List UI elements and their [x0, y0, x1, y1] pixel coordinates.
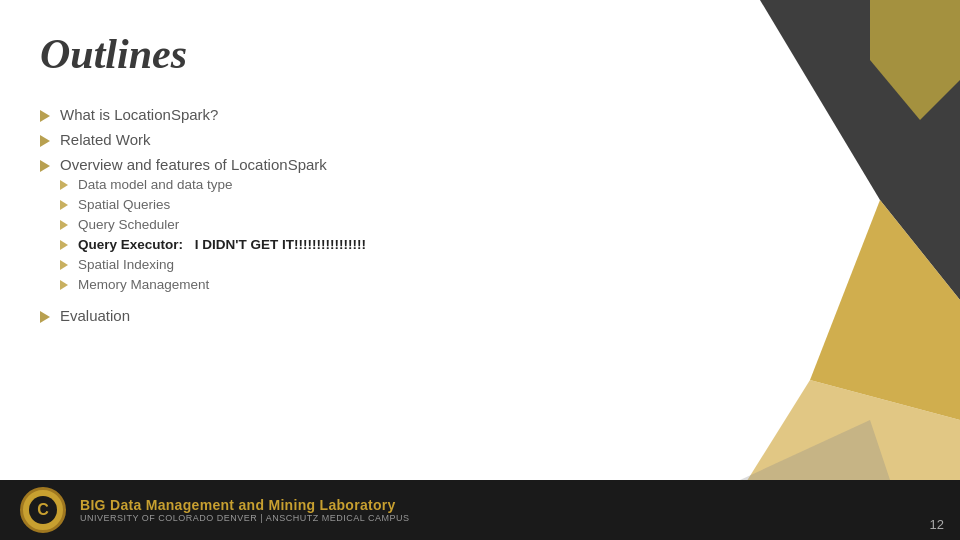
list-item-highlighted: Query Executor: I DIDN'T GET IT!!!!!!!!!…: [60, 237, 366, 252]
sub-item-label: Query Scheduler: [78, 217, 179, 232]
bullet-icon: [40, 135, 50, 147]
bottom-text: BIG Data Management and Mining Laborator…: [80, 497, 409, 523]
slide-title: Outlines: [40, 30, 620, 78]
sub-item-label: Spatial Queries: [78, 197, 170, 212]
sub-item-label: Query Executor: I DIDN'T GET IT!!!!!!!!!…: [78, 237, 366, 252]
bullet-icon: [60, 180, 68, 190]
list-item: Spatial Queries: [60, 197, 366, 212]
bullet-icon: [60, 260, 68, 270]
slide: Outlines What is LocationSpark? Related …: [0, 0, 960, 540]
highlight-text: I DIDN'T GET IT!!!!!!!!!!!!!!!!: [195, 237, 366, 252]
list-item: Memory Management: [60, 277, 366, 292]
sub-list: Data model and data type Spatial Queries…: [40, 177, 366, 297]
sub-item-label: Memory Management: [78, 277, 209, 292]
item-label: Overview and features of LocationSpark: [60, 156, 327, 173]
list-item: Related Work: [40, 131, 620, 148]
outline-list: What is LocationSpark? Related Work Over…: [40, 106, 620, 324]
main-content: Outlines What is LocationSpark? Related …: [0, 0, 660, 480]
bullet-icon: [60, 200, 68, 210]
item-label: What is LocationSpark?: [60, 106, 218, 123]
item-label: Related Work: [60, 131, 151, 148]
bullet-icon: [40, 311, 50, 323]
list-item: Data model and data type: [60, 177, 366, 192]
sub-item-label: Data model and data type: [78, 177, 233, 192]
university-logo: C: [20, 487, 66, 533]
sub-item-label: Spatial Indexing: [78, 257, 174, 272]
bullet-icon: [40, 160, 50, 172]
bullet-icon: [60, 220, 68, 230]
list-item-overview: Overview and features of LocationSpark D…: [40, 156, 620, 297]
list-item-evaluation: Evaluation: [40, 307, 620, 324]
logo-inner: C: [29, 496, 57, 524]
bullet-icon: [60, 280, 68, 290]
list-item: What is LocationSpark?: [40, 106, 620, 123]
list-item: Spatial Indexing: [60, 257, 366, 272]
bullet-icon: [60, 240, 68, 250]
lab-title: BIG Data Management and Mining Laborator…: [80, 497, 409, 513]
logo-letter: C: [37, 501, 49, 519]
lab-subtitle: UNIVERSITY OF COLORADO DENVER | ANSCHUTZ…: [80, 513, 409, 523]
bottom-bar: C BIG Data Management and Mining Laborat…: [0, 480, 960, 540]
item-label: Evaluation: [60, 307, 130, 324]
page-number: 12: [930, 517, 944, 532]
list-item: Query Scheduler: [60, 217, 366, 232]
bullet-icon: [40, 110, 50, 122]
